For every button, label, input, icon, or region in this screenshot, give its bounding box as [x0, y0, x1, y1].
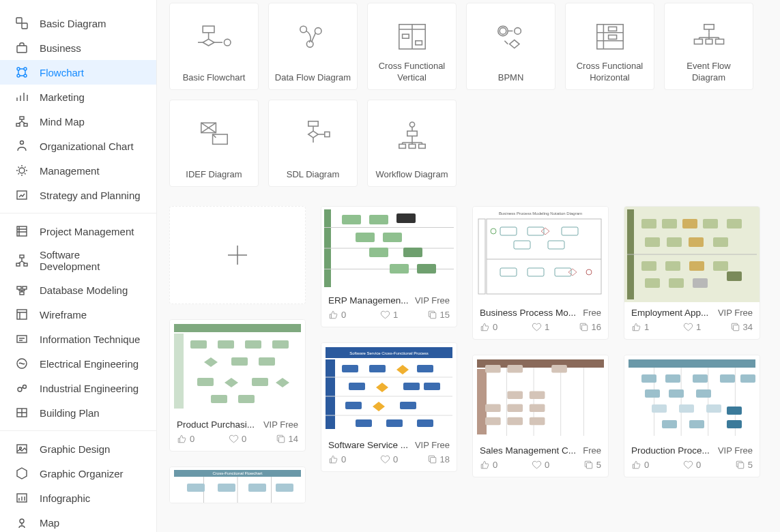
svg-rect-147 — [713, 237, 728, 247]
svg-rect-106 — [473, 207, 608, 302]
flowchart-icon — [15, 65, 29, 79]
svg-rect-75 — [218, 484, 235, 492]
copy-icon — [427, 454, 437, 464]
infographic-icon — [15, 491, 29, 505]
svg-rect-94 — [342, 365, 358, 372]
sidebar-item-project[interactable]: Project Management — [0, 219, 156, 243]
sidebar-item-industrial[interactable]: Industrial Engineering — [0, 376, 156, 400]
diagram-type-card[interactable]: BPMN — [466, 3, 555, 90]
template-card[interactable]: Cross-Functional Flowchart — [169, 467, 306, 503]
template-card[interactable]: Production Proce... VIP Free 0 0 5 — [624, 355, 760, 477]
svg-rect-66 — [197, 378, 214, 386]
svg-rect-86 — [369, 248, 388, 257]
svg-rect-1 — [22, 23, 27, 29]
sidebar-item-mindmap[interactable]: Mind Map — [0, 109, 156, 134]
svg-rect-151 — [713, 261, 728, 271]
favorite-stat: 1 — [370, 310, 407, 320]
template-thumbnail — [624, 355, 760, 440]
svg-rect-172 — [689, 420, 704, 428]
sidebar-item-graphicdesign[interactable]: Graphic Design — [0, 437, 156, 461]
diagram-type-card[interactable]: Data Flow Diagram — [268, 3, 358, 90]
svg-point-24 — [23, 385, 27, 389]
diagram-type-card[interactable]: Workflow Diagram — [367, 100, 457, 187]
svg-rect-44 — [704, 25, 713, 29]
sidebar-item-management[interactable]: Management — [0, 158, 156, 183]
svg-rect-59 — [174, 334, 184, 409]
diagram-type-label: Cross Functional Vertical — [372, 61, 452, 84]
svg-point-38 — [500, 28, 506, 35]
svg-rect-17 — [17, 286, 21, 289]
like-stat: 0 — [480, 322, 517, 332]
diagram-type-card[interactable]: IDEF Diagram — [169, 100, 259, 187]
template-card[interactable]: Employment App... VIP Free 1 1 34 — [624, 206, 760, 340]
heart-icon — [380, 454, 390, 464]
svg-rect-37 — [415, 41, 422, 45]
sidebar-item-software[interactable]: Software Development — [0, 243, 156, 278]
sidebar-item-label: Graphic Design — [40, 443, 110, 455]
diagram-type-card[interactable]: Cross Functional Vertical — [367, 3, 457, 90]
svg-rect-15 — [16, 263, 20, 266]
svg-rect-144 — [645, 237, 660, 247]
new-blank-template[interactable] — [169, 206, 306, 304]
template-badge: Free — [583, 445, 601, 456]
sidebar-item-basic-diagram[interactable]: Basic Diagram — [0, 11, 156, 35]
sidebar-item-label: Industrial Engineering — [40, 383, 139, 394]
svg-rect-129 — [530, 391, 545, 399]
template-card[interactable]: Business Process Modeling Notation Diagr… — [472, 206, 609, 340]
diagram-type-thumb — [194, 18, 235, 57]
template-grid: Product Purchasi... VIP Free 0 0 14 Cros… — [169, 206, 768, 503]
like-stat: 0 — [177, 434, 214, 444]
template-meta: ERP Managemen... VIP Free 0 1 15 — [321, 290, 457, 327]
sidebar-item-organizer[interactable]: Graphic Organizer — [0, 461, 156, 486]
svg-rect-99 — [424, 383, 440, 390]
sidebar-item-orgchart[interactable]: Organizational Chart — [0, 134, 156, 158]
svg-rect-105 — [430, 458, 435, 463]
sidebar-item-marketing[interactable]: Marketing — [0, 85, 156, 109]
template-thumbnail: Software Service Cross-Functional Proces… — [321, 343, 457, 434]
sidebar-item-strategy[interactable]: Strategy and Planning — [0, 183, 156, 207]
diagram-type-card[interactable]: Event Flow Diagram — [664, 3, 753, 90]
sidebar-item-electrical[interactable]: Electrical Engineering — [0, 351, 156, 376]
svg-rect-18 — [23, 286, 27, 289]
svg-rect-159 — [641, 374, 656, 383]
svg-rect-50 — [308, 121, 317, 126]
sidebar-item-building[interactable]: Building Plan — [0, 400, 156, 425]
svg-rect-55 — [409, 144, 416, 148]
svg-rect-125 — [485, 365, 501, 373]
svg-rect-85 — [403, 248, 422, 257]
diagram-type-card[interactable]: Cross Functional Horizontal — [565, 3, 654, 90]
diagram-type-card[interactable]: Basic Flowchart — [169, 3, 259, 90]
diagram-type-label: Data Flow Diagram — [275, 72, 351, 84]
template-card[interactable]: ERP Managemen... VIP Free 0 1 15 — [321, 206, 457, 327]
sidebar-item-label: Flowchart — [40, 67, 84, 78]
sidebar-item-database[interactable]: Database Modeling — [0, 278, 156, 302]
svg-rect-100 — [345, 402, 362, 409]
svg-rect-60 — [190, 340, 207, 349]
copy-icon — [427, 310, 437, 320]
favorite-stat: 0 — [218, 434, 256, 444]
like-stat: 1 — [631, 322, 669, 332]
template-thumbnail — [624, 207, 760, 302]
svg-rect-88 — [390, 264, 409, 274]
template-card[interactable]: Software Service Cross-Functional Proces… — [321, 342, 457, 472]
sidebar-item-infographic[interactable]: Infographic — [0, 486, 156, 510]
sidebar-item-flowchart[interactable]: Flowchart — [0, 60, 156, 85]
template-card[interactable]: Sales Management C... Free 0 0 5 — [472, 355, 609, 477]
diagram-type-thumb — [293, 18, 334, 57]
sidebar-item-business[interactable]: Business — [0, 35, 156, 60]
sidebar-item-wireframe[interactable]: Wireframe — [0, 302, 156, 327]
copy-icon — [735, 460, 745, 470]
svg-rect-130 — [485, 404, 501, 413]
diagram-type-card[interactable]: SDL Diagram — [268, 100, 358, 187]
favorite-stat: 1 — [673, 322, 710, 332]
template-card[interactable]: Product Purchasi... VIP Free 0 0 14 — [169, 319, 306, 452]
database-icon — [15, 283, 29, 297]
template-meta: Sales Management C... Free 0 0 5 — [473, 440, 608, 477]
svg-point-4 — [24, 68, 27, 70]
svg-rect-51 — [324, 132, 329, 136]
diagram-type-label: Event Flow Diagram — [669, 61, 749, 84]
sidebar-item-info[interactable]: Information Technique — [0, 327, 156, 351]
sidebar-item-map[interactable]: Map — [0, 510, 156, 532]
svg-rect-173 — [727, 420, 742, 428]
svg-rect-153 — [669, 278, 684, 288]
